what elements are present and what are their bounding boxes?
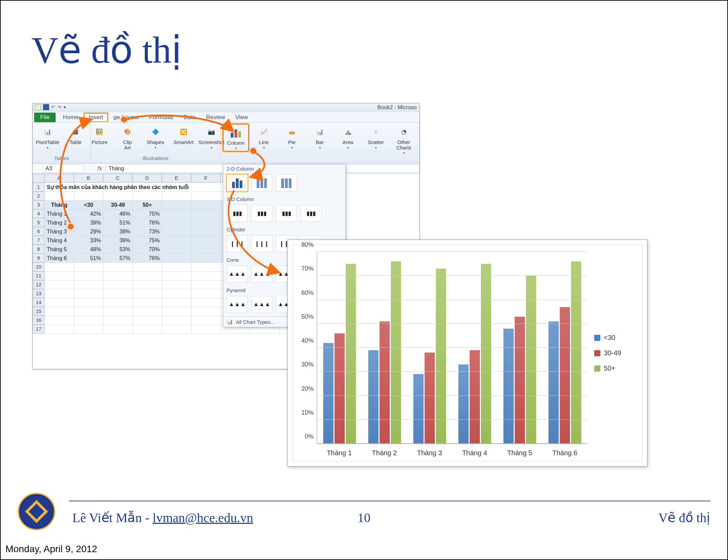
table-cell[interactable]: 57% xyxy=(103,254,133,263)
table-header-cell[interactable]: <30 xyxy=(74,201,103,210)
btn-screenshot[interactable]: 📷Screenshot▾ xyxy=(199,125,224,149)
table-cell[interactable]: 73% xyxy=(133,227,162,236)
table-row-label[interactable]: Tháng 1 xyxy=(45,210,74,218)
tab-insert[interactable]: Insert xyxy=(84,113,109,122)
table-row-label[interactable]: Tháng 5 xyxy=(45,245,74,254)
table-header-cell[interactable]: 50+ xyxy=(133,201,162,210)
row-header[interactable]: 6 xyxy=(33,227,44,236)
dd-cone-2[interactable]: ▲▲▲ xyxy=(251,265,272,283)
table-cell[interactable]: 51% xyxy=(74,254,103,263)
btn-label: PivotTable xyxy=(36,140,59,145)
row-header[interactable]: 1 xyxy=(33,183,44,191)
row-header[interactable]: 5 xyxy=(33,218,44,227)
fx-icon[interactable]: fx xyxy=(98,165,102,172)
tab-formulas[interactable]: Formulas xyxy=(144,113,179,122)
btn-column-chart[interactable]: Column ▾ xyxy=(224,125,248,151)
qat-more-icon[interactable]: ▾ xyxy=(63,104,66,110)
table-row-label[interactable]: Tháng 6 xyxy=(45,254,74,263)
dd-clustered-column[interactable] xyxy=(227,174,248,191)
dd-3d-clustered[interactable]: ▮▮▮ xyxy=(227,205,248,222)
table-cell[interactable]: 75% xyxy=(133,236,162,245)
table-cell[interactable]: 76% xyxy=(133,254,162,263)
column-header[interactable]: D xyxy=(132,174,162,183)
dd-3d-100stacked[interactable]: ▮▮▮ xyxy=(276,205,297,222)
column-header[interactable]: B xyxy=(74,174,103,183)
btn-area-chart[interactable]: ⛰️Area▾ xyxy=(336,125,360,149)
chart-legend: <30 30-49 50+ xyxy=(591,245,642,461)
table-cell[interactable]: 39% xyxy=(74,218,103,227)
table-header-cell[interactable]: Tháng xyxy=(45,201,74,210)
row-header[interactable]: 17 xyxy=(33,325,44,333)
btn-scatter-chart[interactable]: ⁘Scatter▾ xyxy=(363,125,388,149)
bar-chart-icon: 📊 xyxy=(313,125,327,139)
row-header[interactable]: 16 xyxy=(33,316,44,325)
btn-other-charts[interactable]: ◔Other Charts▾ xyxy=(391,125,416,155)
tab-data[interactable]: Data xyxy=(179,113,201,122)
btn-smartart[interactable]: 🔀SmartArt xyxy=(171,125,196,145)
dd-100stacked-column[interactable] xyxy=(276,174,297,191)
dd-pyr-2[interactable]: ▲▲▲ xyxy=(251,296,272,313)
table-cell[interactable]: 53% xyxy=(103,245,133,254)
table-cell[interactable]: 38% xyxy=(103,227,133,236)
row-header[interactable]: 11 xyxy=(33,271,44,280)
row-header[interactable]: 13 xyxy=(33,289,44,298)
row-header[interactable]: 7 xyxy=(33,236,44,245)
row-header[interactable]: 10 xyxy=(33,262,44,271)
name-box[interactable]: A3 xyxy=(43,164,84,173)
row-header[interactable]: 3 xyxy=(33,200,44,209)
table-row-label[interactable]: Tháng 4 xyxy=(45,236,74,245)
table-cell[interactable]: 33% xyxy=(74,236,103,245)
table-cell[interactable]: 76% xyxy=(133,218,162,227)
table-cell[interactable]: 46% xyxy=(103,210,133,218)
dd-stacked-column[interactable] xyxy=(251,174,272,191)
btn-clipart[interactable]: 🎨Clip Art xyxy=(115,125,140,150)
row-header[interactable]: 2 xyxy=(33,191,44,200)
dd-pyr-1[interactable]: ▲▲▲ xyxy=(227,296,248,313)
tab-view[interactable]: View xyxy=(230,113,253,122)
row-header[interactable]: 9 xyxy=(33,254,44,262)
column-header[interactable]: C xyxy=(103,174,132,183)
btn-line-chart[interactable]: 📈Line▾ xyxy=(252,125,276,149)
dd-3d-column[interactable]: ▮▮▮ xyxy=(300,205,322,222)
redo-icon[interactable]: ↷ xyxy=(57,104,61,110)
btn-picture[interactable]: 🖼️Picture xyxy=(87,125,112,145)
btn-pie-chart[interactable]: 🥧Pie▾ xyxy=(280,125,304,149)
legend-label: 30-49 xyxy=(604,349,621,357)
dd-cylinder-2[interactable]: ❙❙❙ xyxy=(251,235,272,252)
tab-review[interactable]: Review xyxy=(201,113,230,122)
slide-footer: Lê Viết Mẫn - lvman@hce.edu.vn 10 Vẽ đồ … xyxy=(18,494,710,529)
row-header[interactable]: 12 xyxy=(33,280,44,289)
tab-home[interactable]: Home xyxy=(58,113,83,122)
sheet-title-cell[interactable]: Sự thỏa mãn của khách hàng phân theo các… xyxy=(45,183,221,192)
row-header[interactable]: 8 xyxy=(33,245,44,254)
btn-label: Scatter xyxy=(368,140,384,145)
btn-table[interactable]: ▦ Table xyxy=(63,125,88,145)
btn-pivottable[interactable]: 📊 PivotTable ▾ xyxy=(35,125,60,149)
btn-bar-chart[interactable]: 📊Bar▾ xyxy=(308,125,332,149)
btn-shapes[interactable]: 🔷Shapes▾ xyxy=(143,125,168,149)
save-icon[interactable] xyxy=(43,104,49,110)
row-header[interactable]: 15 xyxy=(33,307,44,316)
column-header[interactable]: F xyxy=(191,174,220,183)
column-header[interactable]: A xyxy=(44,174,74,183)
select-all-corner[interactable] xyxy=(33,174,44,183)
author-email-link[interactable]: lvman@hce.edu.vn xyxy=(153,511,253,525)
table-cell[interactable]: 70% xyxy=(133,245,162,254)
tab-file[interactable]: File xyxy=(34,113,56,122)
column-header[interactable]: E xyxy=(162,174,191,183)
row-header[interactable]: 4 xyxy=(33,209,44,218)
row-header[interactable]: 14 xyxy=(33,298,44,307)
table-cell[interactable]: 29% xyxy=(74,227,103,236)
table-cell[interactable]: 48% xyxy=(74,245,103,254)
dd-3d-stacked[interactable]: ▮▮▮ xyxy=(251,205,272,222)
table-header-cell[interactable]: 30-49 xyxy=(103,201,133,210)
result-chart[interactable]: 0%10%20%30%40%50%60%70%80% Tháng 1Tháng … xyxy=(287,240,647,466)
dd-cylinder-1[interactable]: ❙❙❙ xyxy=(227,235,248,252)
undo-icon[interactable]: ↶ xyxy=(51,104,55,110)
table-cell[interactable]: 75% xyxy=(133,210,162,218)
table-cell[interactable]: 51% xyxy=(103,218,133,227)
dd-cone-1[interactable]: ▲▲▲ xyxy=(227,265,248,283)
table-cell[interactable]: 39% xyxy=(103,236,133,245)
table-cell[interactable]: 42% xyxy=(74,210,103,218)
smartart-icon: 🔀 xyxy=(176,125,191,139)
